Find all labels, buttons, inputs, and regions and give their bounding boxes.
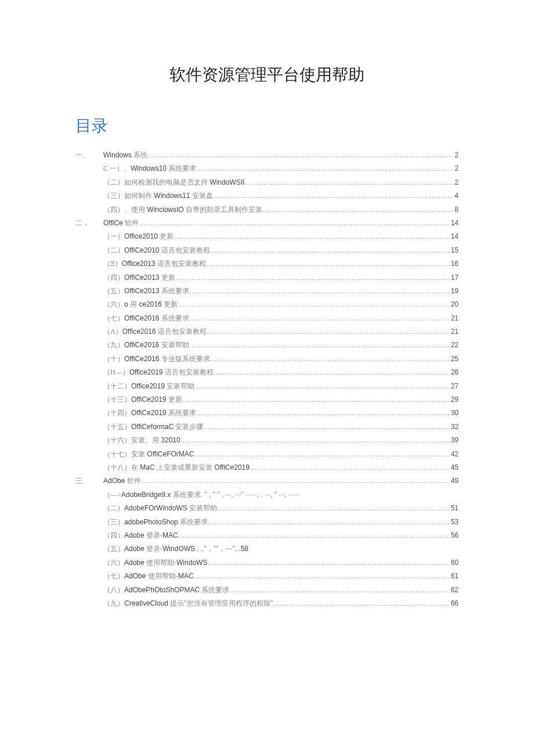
toc-leader-dots — [210, 244, 450, 257]
toc-leader-dots — [174, 231, 449, 243]
toc-entry-prefix: 二， — [75, 217, 103, 230]
toc-entry-page: 2 — [453, 162, 459, 175]
toc-entry[interactable]: （H—）Office2019 语言包安装教程26 — [75, 366, 459, 379]
toc-entry-page: 62 — [450, 584, 459, 597]
toc-leader-dots — [178, 530, 450, 542]
toc-entry[interactable]: （二）OffiCe2010 语言包安装教程15 — [75, 244, 459, 257]
toc-leader-dots — [208, 516, 450, 528]
toc-entry-prefix: （七） — [103, 570, 124, 583]
toc-leader-dots — [141, 475, 450, 487]
toc-list: 一、Windows 系统2C 一）、Windows10 系统要求2（二）如何检测… — [75, 149, 459, 610]
toc-entry[interactable]: （九）OffiCe2016 安装帮助22 — [75, 339, 459, 352]
toc-entry[interactable]: （五）Adobe 登录-WindOWS…,"，""，—",..58 — [75, 542, 459, 556]
toc-entry[interactable]: （十五）OffiCeformaC 安装步骤32 — [75, 420, 459, 434]
toc-entry-text: AdobeFOrWindoWS 安装帮助 — [124, 502, 217, 515]
toc-entry[interactable]: （四）、使用 WinciowsIO 自带的刻录工具制作安装8 — [75, 203, 459, 217]
toc-entry-prefix: （十） — [103, 352, 124, 366]
toc-entry[interactable]: C 一）、Windows10 系统要求2 — [75, 162, 459, 175]
toc-entry-text: 在 MaC 上安装或重新安装 OffiCe2019 — [131, 461, 250, 474]
toc-leader-dots — [196, 407, 450, 419]
toc-entry[interactable]: （Λ）Office2016 语言包安装教程21 — [75, 325, 459, 339]
toc-entry[interactable]: （十二）Office2019 安装帮助27 — [75, 380, 459, 393]
toc-entry-prefix: （九） — [103, 339, 124, 352]
toc-entry[interactable]: （十四）OffiCe2019 系统要求30 — [75, 406, 459, 420]
toc-entry-prefix: （十八） — [103, 461, 131, 474]
toc-leader-dots — [229, 584, 449, 596]
toc-entry-text: Office2010 更新 — [124, 230, 174, 243]
toc-entry-text: OffiCe2016 安装帮助 — [124, 339, 189, 352]
toc-leader-dots — [189, 312, 450, 325]
toc-entry[interactable]: （六）o 用 ce2016 更新20 — [75, 298, 459, 311]
toc-entry-page: 19 — [450, 285, 459, 298]
toc-entry[interactable]: （Ξ）Office2013 语言包安装教程16 — [75, 257, 459, 271]
toc-entry[interactable]: （七）AdObe 使用帮助-MAC61 — [75, 570, 459, 583]
toc-leader-dots — [194, 380, 449, 393]
toc-entry-page: 14 — [450, 217, 459, 230]
toc-entry-prefix: 一、 — [75, 149, 103, 162]
toc-leader-dots — [207, 557, 449, 569]
toc-entry-text: AdObePhOtoShOPMAC 系统要求 — [124, 584, 229, 597]
toc-entry[interactable]: （四）Adobe 登录-MAC56 — [75, 529, 459, 542]
toc-entry-text: Adobe 登录-WindOWS…,"，""，—",..58 — [124, 542, 248, 556]
toc-leader-dots — [139, 217, 450, 229]
toc-entry[interactable]: （十三）OffiCe2019 更新29 — [75, 393, 459, 406]
toc-entry-page: 53 — [450, 516, 459, 529]
toc-entry[interactable]: （八）AdObePhOtoShOPMAC 系统要求62 — [75, 584, 459, 597]
toc-entry-page: 56 — [450, 529, 459, 542]
toc-entry-page: 39 — [450, 434, 459, 447]
toc-entry-prefix: （九） — [103, 597, 124, 610]
toc-entry-text: Office2019 安装帮助 — [131, 380, 194, 393]
toc-entry[interactable]: （九）CreativeCloud 提示"您没有管理应用程序的权限"66 — [75, 597, 459, 610]
toc-entry-prefix: （四） — [103, 271, 124, 285]
toc-entry[interactable]: （五）OffiCe2013 系统要求19 — [75, 285, 459, 298]
toc-entry-text: OffiCe 软件 — [103, 217, 139, 230]
toc-entry-text: Adobe 登录-MAC — [124, 529, 178, 542]
toc-entry[interactable]: （三）adobePhotoShop 系统要求53 — [75, 516, 459, 529]
toc-entry[interactable]: （一）Office2010 更新14 — [75, 230, 459, 243]
toc-entry-page: 21 — [450, 312, 459, 325]
toc-entry[interactable]: （六）Adobe 使用帮助-WindoWS60 — [75, 556, 459, 570]
toc-entry-page: 15 — [450, 244, 459, 257]
toc-entry-text: 如何检测我的电脑是否支持 WindoWSII — [124, 176, 244, 189]
toc-entry-prefix: （H—） — [103, 366, 129, 379]
toc-leader-dots — [214, 366, 450, 379]
toc-entry[interactable]: （十七）安装 OffiCeFOrMAC42 — [75, 448, 459, 461]
toc-entry-prefix: （十五） — [103, 420, 131, 434]
toc-entry-prefix: （Λ） — [103, 325, 122, 339]
toc-entry-prefix: C 一）、 — [103, 162, 131, 175]
toc-entry[interactable]: （十六）安装。用 3201039 — [75, 434, 459, 447]
toc-leader-dots — [182, 394, 450, 406]
toc-entry[interactable]: 三、AdObe 软件49 — [75, 474, 459, 488]
toc-entry[interactable]: （十）OffiCe2016 专业版系统要求25 — [75, 352, 459, 366]
toc-leader-dots — [196, 163, 453, 175]
toc-entry[interactable]: （二）AdobeFOrWindoWS 安装帮助51 — [75, 502, 459, 515]
toc-entry-prefix: （八） — [103, 584, 124, 597]
toc-entry[interactable]: 二，OffiCe 软件14 — [75, 217, 459, 230]
toc-leader-dots — [262, 204, 453, 216]
toc-entry-prefix: （十七） — [103, 448, 131, 461]
toc-entry-page: 27 — [450, 380, 459, 393]
toc-entry[interactable]: 一、Windows 系统2 — [75, 149, 459, 162]
toc-entry-page: 51 — [450, 502, 459, 515]
toc-entry-text: OffiCe2016 专业版系统要求 — [124, 352, 210, 366]
toc-entry[interactable]: （二）如何检测我的电脑是否支持 WindoWSII2 — [75, 176, 459, 189]
toc-entry-text: adobePhotoShop 系统要求 — [124, 516, 208, 529]
toc-entry[interactable]: （四）OffiCe2013 更新17 — [75, 271, 459, 285]
toc-leader-dots — [147, 149, 453, 161]
toc-leader-dots — [193, 570, 449, 582]
toc-entry[interactable]: （十八）在 MaC 上安装或重新安装 OffiCe201945 — [75, 461, 459, 474]
toc-entry-page: 26 — [450, 366, 459, 379]
toc-leader-dots — [217, 502, 450, 514]
toc-leader-dots — [244, 177, 453, 189]
toc-leader-dots — [250, 462, 450, 474]
toc-entry[interactable]: （—>AdobeBridge9.x 系统要求. " , " " , ∙∙∙, ∙… — [75, 488, 459, 502]
toc-entry[interactable]: （七）OffiCe2016 系统要求21 — [75, 312, 459, 325]
toc-entry-text: CreativeCloud 提示"您没有管理应用程序的权限" — [124, 597, 273, 610]
toc-entry-page: 66 — [450, 597, 459, 610]
toc-leader-dots — [206, 258, 450, 270]
toc-entry-prefix: （三） — [103, 516, 124, 529]
toc-entry[interactable]: （三）如何制作 Windows11 安装盘4 — [75, 189, 459, 203]
toc-entry-text: 安装。用 32010 — [131, 434, 181, 447]
toc-entry-prefix: （五） — [103, 542, 124, 556]
toc-entry-text: 安装 OffiCeFOrMAC — [131, 448, 194, 461]
